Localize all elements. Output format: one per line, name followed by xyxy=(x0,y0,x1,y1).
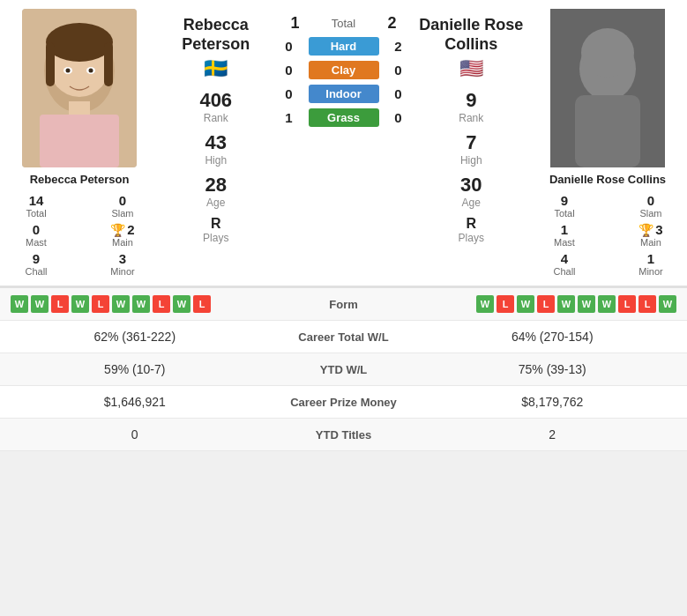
right-player-name: Danielle Rose Collins xyxy=(549,173,666,186)
left-player-column: Rebecca Peterson 14 Total 0 Slam 0 Mast … xyxy=(0,9,159,277)
left-player-header: Rebecca Peterson 🇸🇪 xyxy=(159,9,273,84)
form-badge: W xyxy=(578,295,595,313)
right-rank-block: 9 Rank xyxy=(444,89,497,124)
left-age-plays-wrap: 28 Age xyxy=(190,170,243,212)
hard-right-score: 2 xyxy=(386,39,411,54)
clay-left-score: 0 xyxy=(277,63,302,78)
form-badge: L xyxy=(497,295,514,313)
indoor-button: Indoor xyxy=(309,85,379,103)
hard-left-score: 0 xyxy=(277,39,302,54)
indoor-left-score: 0 xyxy=(277,86,302,101)
left-center-stats: 406 Rank xyxy=(190,84,243,128)
left-main-stat: 🏆 2 Main xyxy=(86,222,159,248)
form-badge: W xyxy=(517,295,534,313)
right-plays-block: R Plays xyxy=(444,216,497,244)
form-badge: W xyxy=(557,295,575,313)
comparison-rows: 62% (361-222) Career Total W/L 64% (270-… xyxy=(0,321,687,451)
left-total-stat: 14 Total xyxy=(0,193,72,219)
comparison-row: 62% (361-222) Career Total W/L 64% (270-… xyxy=(0,321,687,353)
form-badge: W xyxy=(31,295,49,313)
comparison-center-label: YTD W/L xyxy=(256,363,432,376)
right-slam-stat: 0 Slam xyxy=(615,193,687,219)
comparison-center-label: YTD Titles xyxy=(256,428,432,442)
left-flag: 🇸🇪 xyxy=(159,57,273,80)
comparison-left-val: 62% (361-222) xyxy=(14,330,256,344)
right-plays-block-wrap: R Plays xyxy=(444,212,497,248)
svg-rect-5 xyxy=(104,42,113,86)
comparison-row: 0 YTD Titles 2 xyxy=(0,419,687,451)
right-age-block: 30 Age xyxy=(444,174,497,209)
right-high-block: 7 High xyxy=(444,131,497,167)
left-player-name: Rebecca Peterson xyxy=(30,173,130,186)
bottom-section: WWLWLWWLWL Form WLWLWWWLLW 62% (361-222)… xyxy=(0,286,687,451)
form-label: Form xyxy=(291,298,397,311)
form-badge: W xyxy=(11,295,28,313)
comparison-right-val: 2 xyxy=(432,427,674,442)
form-badge: W xyxy=(598,295,616,313)
right-total-stat: 9 Total xyxy=(528,193,601,219)
grass-left-score: 1 xyxy=(277,110,302,125)
form-badge: L xyxy=(537,295,555,313)
right-chall-stat: 4 Chall xyxy=(528,251,601,277)
comparison-left-val: 59% (10-7) xyxy=(14,362,256,376)
total-row: 1 Total 2 xyxy=(282,9,406,34)
comparison-center-label: Career Total W/L xyxy=(256,330,432,344)
right-trophy-icon: 🏆 xyxy=(638,223,653,237)
surface-row-clay: 0 Clay 0 xyxy=(277,58,411,82)
comparison-left-val: $1,646,921 xyxy=(14,395,256,409)
right-high-block-wrap: 7 High xyxy=(444,128,497,170)
svg-rect-4 xyxy=(46,42,55,86)
grass-right-score: 0 xyxy=(386,110,411,125)
left-age-block: 28 Age xyxy=(190,174,243,209)
svg-point-3 xyxy=(46,23,113,62)
left-high-block: 43 High xyxy=(190,131,243,167)
form-badge: W xyxy=(476,295,494,313)
svg-rect-14 xyxy=(575,95,640,167)
left-chall-stat: 9 Chall xyxy=(0,251,72,277)
grass-button: Grass xyxy=(309,108,379,127)
right-main-stat: 🏆 3 Main xyxy=(615,222,687,248)
right-player-image xyxy=(550,9,665,167)
right-form-badges: WLWLWWWLLW xyxy=(397,295,677,313)
form-badge: L xyxy=(153,295,170,313)
form-row: WWLWLWWLWL Form WLWLWWWLLW xyxy=(0,288,687,321)
surface-row-indoor: 0 Indoor 0 xyxy=(277,82,411,106)
form-badge: W xyxy=(659,295,676,313)
form-badge: W xyxy=(173,295,190,313)
form-badge: L xyxy=(638,295,656,313)
left-slam-stat: 0 Slam xyxy=(86,193,159,219)
left-player-photo xyxy=(22,9,137,167)
right-flag: 🇺🇸 xyxy=(414,57,529,80)
indoor-right-score: 0 xyxy=(386,86,411,101)
svg-point-10 xyxy=(66,69,71,73)
left-plays-block-wrap: R Plays xyxy=(190,212,243,248)
form-badge: L xyxy=(193,295,211,313)
comparison-right-val: 64% (270-154) xyxy=(432,330,674,344)
surface-row-hard: 0 Hard 2 xyxy=(277,34,411,58)
clay-button: Clay xyxy=(309,61,379,79)
comparison-row: 59% (10-7) YTD W/L 75% (39-13) xyxy=(0,353,687,386)
form-badge: W xyxy=(71,295,89,313)
form-badge: L xyxy=(51,295,69,313)
left-minor-stat: 3 Minor xyxy=(86,251,159,277)
svg-rect-7 xyxy=(40,115,119,167)
left-header-center: Rebecca Peterson 🇸🇪 406 Rank 43 High 28 … xyxy=(159,9,273,277)
left-form-badges: WWLWLWWLWL xyxy=(11,295,291,313)
form-badge: L xyxy=(92,295,109,313)
right-player-header: Danielle Rose Collins 🇺🇸 xyxy=(414,9,529,84)
surface-row-grass: 1 Grass 0 xyxy=(277,106,411,130)
left-player-stats-grid: 14 Total 0 Slam 0 Mast 🏆 2 Main xyxy=(0,193,159,277)
right-player-stats-grid: 9 Total 0 Slam 1 Mast 🏆 3 Main xyxy=(528,193,687,277)
main-container: Rebecca Peterson 14 Total 0 Slam 0 Mast … xyxy=(0,0,687,451)
right-center-stats: 9 Rank xyxy=(444,84,497,128)
left-high-block-wrap: 43 High xyxy=(190,128,243,170)
form-badge: L xyxy=(618,295,636,313)
comparison-row: $1,646,921 Career Prize Money $8,179,762 xyxy=(0,386,687,419)
left-mast-stat: 0 Mast xyxy=(0,222,72,248)
left-trophy-icon: 🏆 xyxy=(110,223,125,237)
svg-point-15 xyxy=(581,28,634,78)
comparison-right-val: $8,179,762 xyxy=(432,395,674,409)
left-player-image xyxy=(22,9,137,167)
clay-right-score: 0 xyxy=(386,63,411,78)
right-age-block-wrap: 30 Age xyxy=(444,170,497,212)
